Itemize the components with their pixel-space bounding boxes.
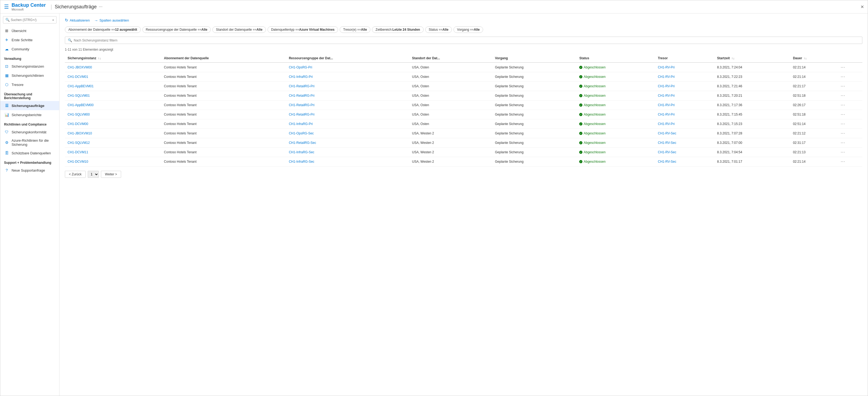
instance-link[interactable]: CH1-SQLVM00 — [67, 113, 90, 116]
instance-link[interactable]: CH1-DCVM00 — [67, 122, 88, 126]
col-instance[interactable]: Sicherungsinstanz ↑↓ — [65, 54, 161, 62]
instance-link[interactable]: CH1-DCVM10 — [67, 160, 88, 164]
sidebar-item-backup-reports[interactable]: 📊 Sicherungsberichte — [0, 110, 59, 119]
sidebar-item-first-steps[interactable]: ✈ Erste Schritte — [0, 35, 59, 45]
filter-status[interactable]: Status == Alle — [425, 26, 452, 33]
sidebar-item-azure-policies[interactable]: ⚙ Azure-Richtlinien für die Sicherung — [0, 137, 59, 148]
row-more-button[interactable]: ··· — [841, 131, 845, 136]
row-more-button[interactable]: ··· — [841, 150, 845, 154]
col-duration[interactable]: Dauer ↑↓ — [790, 54, 838, 62]
back-button[interactable]: < Zurück — [65, 171, 86, 178]
row-more-button[interactable]: ··· — [841, 65, 845, 70]
vault-link[interactable]: CH1-RV-Pri — [658, 65, 675, 69]
collapse-icon[interactable]: « — [52, 18, 54, 22]
sidebar-item-backup-jobs[interactable]: ☰ Sicherungsaufträge — [0, 101, 59, 110]
resource-group-link[interactable]: CH1-RetailRG-Pri — [289, 113, 314, 116]
cell-status: ✓Abgeschlossen — [577, 72, 655, 82]
cell-resource-group: CH1-RetailRG-Pri — [286, 101, 409, 110]
resource-group-link[interactable]: CH1-InfraRG-Pri — [289, 75, 313, 79]
resource-group-link[interactable]: CH1-RetailRG-Pri — [289, 103, 314, 107]
row-more-button[interactable]: ··· — [841, 84, 845, 89]
row-more-button[interactable]: ··· — [841, 93, 845, 98]
cell-status: ✓Abgeschlossen — [577, 82, 655, 91]
search-input[interactable] — [11, 18, 52, 22]
resource-group-link[interactable]: CH1-RetailRG-Pri — [289, 94, 314, 97]
sort-icon-duration[interactable]: ↑↓ — [804, 57, 807, 60]
close-button[interactable]: ✕ — [861, 4, 864, 9]
resource-group-link[interactable]: CH1-InfraRG-Sec — [289, 160, 314, 164]
row-more-button[interactable]: ··· — [841, 159, 845, 164]
next-button[interactable]: Weiter > — [101, 171, 121, 178]
row-more-button[interactable]: ··· — [841, 103, 845, 108]
filter-operation[interactable]: Vorgang == Alle — [454, 26, 483, 33]
sidebar-item-backup-policies[interactable]: ▦ Sicherungsrichtlinien — [0, 71, 59, 80]
row-more-button[interactable]: ··· — [841, 140, 845, 145]
instance-link[interactable]: CH1-JBOXVM10 — [67, 132, 92, 135]
search-box[interactable]: 🔍 « — [3, 16, 57, 23]
resource-group-link[interactable]: CH1-OpsRG-Pri — [289, 65, 312, 69]
filter-datasource-type[interactable]: Datenquellentyp == Azure Virtual Machine… — [268, 26, 338, 33]
cell-operation: Geplante Sicherung — [492, 157, 577, 167]
sidebar-item-backup-instances[interactable]: ⊡ Sicherungsinstanzen — [0, 62, 59, 71]
vault-link[interactable]: CH1-RV-Sec — [658, 132, 676, 135]
instance-link[interactable]: CH1-AppBEVM01 — [67, 84, 94, 88]
instance-link[interactable]: CH1-AppBEVM00 — [67, 103, 94, 107]
resource-group-link[interactable]: CH1-OpsRG-Sec — [289, 132, 314, 135]
filter-search-box[interactable]: 🔍 — [65, 37, 862, 44]
row-more-button[interactable]: ··· — [841, 74, 845, 79]
sidebar-item-new-support[interactable]: ? Neue Supportanfrage — [0, 166, 59, 175]
sidebar-item-protectable-sources[interactable]: 🗄 Schützbare Datenquellen — [0, 148, 59, 158]
columns-button[interactable]: → Spalten auswählen — [94, 18, 129, 23]
instance-link[interactable]: CH1-JBOXVM00 — [67, 65, 92, 69]
resource-group-link[interactable]: CH1-RetailRG-Sec — [289, 141, 316, 145]
col-vault-label: Tresor — [658, 56, 668, 60]
vault-link[interactable]: CH1-RV-Sec — [658, 160, 676, 164]
header-more-button[interactable]: ··· — [99, 4, 102, 9]
cell-start-time: 8.3.2021, 7:24:04 — [714, 62, 790, 72]
vault-link[interactable]: CH1-RV-Pri — [658, 103, 675, 107]
resource-group-link[interactable]: CH1-InfraRG-Pri — [289, 122, 313, 126]
refresh-button[interactable]: ↻ Aktualisieren — [65, 18, 90, 23]
vault-link[interactable]: CH1-RV-Pri — [658, 113, 675, 116]
vault-link[interactable]: CH1-RV-Pri — [658, 122, 675, 126]
toolbar: ↻ Aktualisieren → Spalten auswählen — [65, 18, 862, 23]
sidebar-item-community[interactable]: ☁ Community — [0, 45, 59, 54]
sidebar-item-backup-compliance[interactable]: 🛡 Sicherungskonformität — [0, 128, 59, 137]
cell-vault: CH1-RV-Sec — [655, 157, 714, 167]
vault-link[interactable]: CH1-RV-Sec — [658, 141, 676, 145]
instance-link[interactable]: CH1-SQLVM01 — [67, 94, 90, 97]
instance-link[interactable]: CH1-SQLVM12 — [67, 141, 90, 145]
page-select[interactable]: 1 — [88, 171, 99, 178]
cell-resource-group: CH1-InfraRG-Sec — [286, 157, 409, 167]
filter-search-input[interactable] — [74, 38, 859, 42]
vault-link[interactable]: CH1-RV-Pri — [658, 75, 675, 79]
vault-link[interactable]: CH1-RV-Pri — [658, 94, 675, 97]
sort-icon-start-time[interactable]: ↑↓ — [732, 57, 735, 60]
sidebar-item-vaults[interactable]: ⬡ Tresore — [0, 80, 59, 89]
columns-label: Spalten auswählen — [99, 18, 129, 22]
sidebar-item-label: Übersicht — [11, 29, 26, 33]
col-subscription-label: Abonnement der Datenquelle — [164, 56, 209, 60]
filter-resource-group[interactable]: Ressourcengruppe der Datenquelle == Alle — [143, 26, 211, 33]
filter-value: Alle — [201, 28, 207, 31]
backup-reports-icon: 📊 — [4, 112, 9, 117]
vault-link[interactable]: CH1-RV-Pri — [658, 84, 675, 88]
col-start-time[interactable]: Startzeit ↑↓ — [714, 54, 790, 62]
sidebar-item-overview[interactable]: ⊞ Übersicht — [0, 26, 59, 35]
row-more-button[interactable]: ··· — [841, 121, 845, 126]
resource-group-link[interactable]: CH1-RetailRG-Pri — [289, 84, 314, 88]
filter-location[interactable]: Standort der Datenquelle == Alle — [212, 26, 266, 33]
vault-link[interactable]: CH1-RV-Sec — [658, 150, 676, 154]
filter-timerange[interactable]: Zeitbereich: Letzte 24 Stunden — [372, 26, 423, 33]
filter-search-icon: 🔍 — [68, 38, 72, 42]
filter-subscription[interactable]: Abonnement der Datenquelle == 12 ausgewä… — [65, 26, 141, 33]
instance-link[interactable]: CH1-DCVM11 — [67, 150, 88, 154]
cell-status: ✓Abgeschlossen — [577, 62, 655, 72]
sort-icon-instance[interactable]: ↑↓ — [98, 57, 101, 60]
filter-value: Azure Virtual Machines — [299, 28, 335, 31]
row-more-button[interactable]: ··· — [841, 112, 845, 117]
filter-vault[interactable]: Tresor(e) == Alle — [340, 26, 370, 33]
instance-link[interactable]: CH1-DCVM01 — [67, 75, 88, 79]
cell-resource-group: CH1-RetailRG-Pri — [286, 82, 409, 91]
resource-group-link[interactable]: CH1-InfraRG-Sec — [289, 150, 314, 154]
